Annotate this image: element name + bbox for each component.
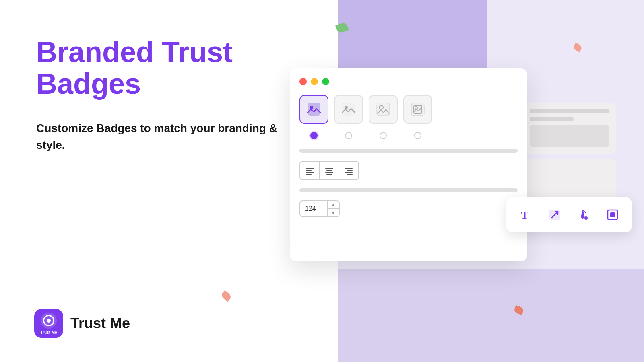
card-image-placeholder [530,125,609,147]
radio-row [299,132,518,139]
svg-point-1 [310,106,313,109]
svg-rect-0 [308,103,320,116]
radio-item-2[interactable] [334,132,363,139]
traffic-light-yellow[interactable] [311,78,318,85]
traffic-light-green[interactable] [322,78,329,85]
content-card-1 [523,103,616,154]
number-arrows: ▲ ▼ [327,200,339,217]
radio-circle-4[interactable] [414,132,421,139]
number-down-button[interactable]: ▼ [328,209,339,217]
slider-bar-2[interactable] [299,188,518,192]
text-tool-button[interactable]: T [514,204,537,226]
brand-icon-label: Trust Me [40,330,57,335]
number-input[interactable]: 124 ▲ ▼ [299,200,340,217]
img-option-4[interactable] [403,95,432,124]
resize-tool-button[interactable] [543,204,566,226]
fill-tool-button[interactable] [572,204,595,226]
traffic-light-red[interactable] [299,78,307,85]
left-content: Branded Trust Badges Customize Badges to… [36,36,278,154]
img-option-2[interactable] [334,95,363,124]
image-selector [299,95,518,124]
radio-circle-3[interactable] [380,132,387,139]
radio-circle-2[interactable] [345,132,352,139]
align-center-button[interactable] [320,162,339,179]
radio-item-3[interactable] [369,132,398,139]
card-line-2 [530,117,574,121]
page-title: Branded Trust Badges [36,36,278,100]
svg-rect-6 [411,103,424,116]
radio-circle-1[interactable] [310,132,318,139]
right-card-area [523,103,616,205]
svg-point-24 [584,216,588,220]
slider-bar-1[interactable] [299,149,518,153]
svg-rect-2 [342,103,355,116]
purple-top-block [338,0,487,70]
frame-tool-button[interactable] [601,204,624,226]
svg-rect-27 [610,212,615,217]
card-line-1 [530,109,609,113]
svg-text:T: T [521,209,528,221]
traffic-lights [299,78,518,85]
brand-icon: Trust Me [34,309,63,338]
window-mockup: 124 ▲ ▼ [290,68,527,261]
content-card-2 [523,159,616,200]
align-left-button[interactable] [300,162,320,179]
brand-name: Trust Me [70,315,130,332]
img-option-1[interactable] [299,95,328,124]
number-up-button[interactable]: ▲ [328,200,339,209]
toolbar-card: T [506,197,632,232]
img-option-3[interactable] [369,95,398,124]
page-subtitle: Customize Badges to match your branding … [36,120,278,154]
brand-area: Trust Me Trust Me [34,309,130,338]
radio-item-4[interactable] [403,132,432,139]
svg-point-3 [345,106,348,109]
align-buttons [299,161,359,180]
align-right-button[interactable] [339,162,358,179]
svg-rect-4 [377,103,390,116]
radio-item-1[interactable] [299,132,328,139]
number-value: 124 [300,205,327,212]
purple-bottom-block [338,269,644,362]
